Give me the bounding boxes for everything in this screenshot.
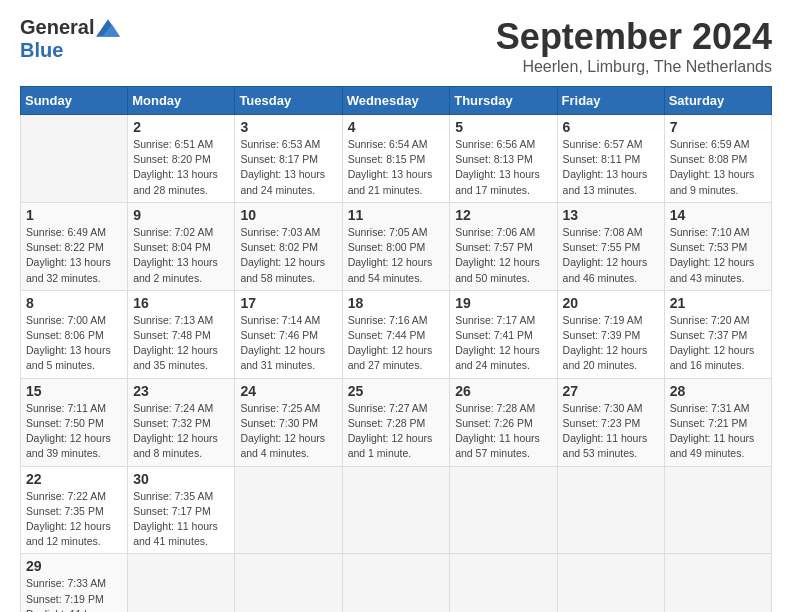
table-row	[664, 554, 771, 612]
table-row	[450, 466, 557, 554]
day-info: Sunrise: 6:57 AMSunset: 8:11 PMDaylight:…	[563, 138, 648, 196]
table-row: 22 Sunrise: 7:22 AMSunset: 7:35 PMDaylig…	[21, 466, 128, 554]
day-number: 18	[348, 295, 445, 311]
table-row: 29 Sunrise: 7:33 AMSunset: 7:19 PMDaylig…	[21, 554, 128, 612]
table-row: 8 Sunrise: 7:00 AMSunset: 8:06 PMDayligh…	[21, 290, 128, 378]
day-info: Sunrise: 7:27 AMSunset: 7:28 PMDaylight:…	[348, 402, 433, 460]
day-info: Sunrise: 7:10 AMSunset: 7:53 PMDaylight:…	[670, 226, 755, 284]
title-area: September 2024 Heerlen, Limburg, The Net…	[496, 16, 772, 76]
table-row: 7 Sunrise: 6:59 AMSunset: 8:08 PMDayligh…	[664, 115, 771, 203]
day-info: Sunrise: 7:20 AMSunset: 7:37 PMDaylight:…	[670, 314, 755, 372]
logo: General Blue	[20, 16, 120, 62]
table-row: 23 Sunrise: 7:24 AMSunset: 7:32 PMDaylig…	[128, 378, 235, 466]
day-info: Sunrise: 7:30 AMSunset: 7:23 PMDaylight:…	[563, 402, 648, 460]
day-number: 21	[670, 295, 766, 311]
day-info: Sunrise: 6:59 AMSunset: 8:08 PMDaylight:…	[670, 138, 755, 196]
day-info: Sunrise: 7:02 AMSunset: 8:04 PMDaylight:…	[133, 226, 218, 284]
table-row: 5 Sunrise: 6:56 AMSunset: 8:13 PMDayligh…	[450, 115, 557, 203]
table-row: 27 Sunrise: 7:30 AMSunset: 7:23 PMDaylig…	[557, 378, 664, 466]
calendar-row: 1 Sunrise: 6:49 AMSunset: 8:22 PMDayligh…	[21, 202, 772, 290]
day-number: 24	[240, 383, 336, 399]
table-row	[342, 554, 450, 612]
day-number: 28	[670, 383, 766, 399]
day-number: 17	[240, 295, 336, 311]
table-row	[664, 466, 771, 554]
day-info: Sunrise: 7:28 AMSunset: 7:26 PMDaylight:…	[455, 402, 540, 460]
table-row	[21, 115, 128, 203]
day-info: Sunrise: 7:08 AMSunset: 7:55 PMDaylight:…	[563, 226, 648, 284]
table-row: 12 Sunrise: 7:06 AMSunset: 7:57 PMDaylig…	[450, 202, 557, 290]
table-row: 20 Sunrise: 7:19 AMSunset: 7:39 PMDaylig…	[557, 290, 664, 378]
day-number: 15	[26, 383, 122, 399]
day-number: 16	[133, 295, 229, 311]
day-number: 14	[670, 207, 766, 223]
table-row: 17 Sunrise: 7:14 AMSunset: 7:46 PMDaylig…	[235, 290, 342, 378]
day-number: 2	[133, 119, 229, 135]
table-row: 19 Sunrise: 7:17 AMSunset: 7:41 PMDaylig…	[450, 290, 557, 378]
day-info: Sunrise: 6:51 AMSunset: 8:20 PMDaylight:…	[133, 138, 218, 196]
day-info: Sunrise: 7:11 AMSunset: 7:50 PMDaylight:…	[26, 402, 111, 460]
table-row: 30 Sunrise: 7:35 AMSunset: 7:17 PMDaylig…	[128, 466, 235, 554]
table-row: 28 Sunrise: 7:31 AMSunset: 7:21 PMDaylig…	[664, 378, 771, 466]
table-row: 26 Sunrise: 7:28 AMSunset: 7:26 PMDaylig…	[450, 378, 557, 466]
day-number: 4	[348, 119, 445, 135]
table-row: 2 Sunrise: 6:51 AMSunset: 8:20 PMDayligh…	[128, 115, 235, 203]
calendar-row: 15 Sunrise: 7:11 AMSunset: 7:50 PMDaylig…	[21, 378, 772, 466]
logo-icon	[96, 19, 120, 37]
day-info: Sunrise: 7:05 AMSunset: 8:00 PMDaylight:…	[348, 226, 433, 284]
table-row: 3 Sunrise: 6:53 AMSunset: 8:17 PMDayligh…	[235, 115, 342, 203]
table-row: 15 Sunrise: 7:11 AMSunset: 7:50 PMDaylig…	[21, 378, 128, 466]
table-row: 11 Sunrise: 7:05 AMSunset: 8:00 PMDaylig…	[342, 202, 450, 290]
day-info: Sunrise: 7:22 AMSunset: 7:35 PMDaylight:…	[26, 490, 111, 548]
day-info: Sunrise: 7:00 AMSunset: 8:06 PMDaylight:…	[26, 314, 111, 372]
calendar-table: Sunday Monday Tuesday Wednesday Thursday…	[20, 86, 772, 612]
calendar-row: 8 Sunrise: 7:00 AMSunset: 8:06 PMDayligh…	[21, 290, 772, 378]
col-sunday: Sunday	[21, 87, 128, 115]
table-row	[235, 554, 342, 612]
col-monday: Monday	[128, 87, 235, 115]
page-header: General Blue September 2024 Heerlen, Lim…	[20, 16, 772, 76]
table-row: 18 Sunrise: 7:16 AMSunset: 7:44 PMDaylig…	[342, 290, 450, 378]
day-number: 6	[563, 119, 659, 135]
table-row	[557, 554, 664, 612]
table-row: 25 Sunrise: 7:27 AMSunset: 7:28 PMDaylig…	[342, 378, 450, 466]
col-saturday: Saturday	[664, 87, 771, 115]
day-number: 1	[26, 207, 122, 223]
day-info: Sunrise: 7:17 AMSunset: 7:41 PMDaylight:…	[455, 314, 540, 372]
table-row: 13 Sunrise: 7:08 AMSunset: 7:55 PMDaylig…	[557, 202, 664, 290]
day-info: Sunrise: 7:31 AMSunset: 7:21 PMDaylight:…	[670, 402, 755, 460]
table-row: 4 Sunrise: 6:54 AMSunset: 8:15 PMDayligh…	[342, 115, 450, 203]
day-number: 20	[563, 295, 659, 311]
table-row: 10 Sunrise: 7:03 AMSunset: 8:02 PMDaylig…	[235, 202, 342, 290]
table-row: 14 Sunrise: 7:10 AMSunset: 7:53 PMDaylig…	[664, 202, 771, 290]
day-info: Sunrise: 6:56 AMSunset: 8:13 PMDaylight:…	[455, 138, 540, 196]
table-row: 16 Sunrise: 7:13 AMSunset: 7:48 PMDaylig…	[128, 290, 235, 378]
col-friday: Friday	[557, 87, 664, 115]
col-wednesday: Wednesday	[342, 87, 450, 115]
header-row: Sunday Monday Tuesday Wednesday Thursday…	[21, 87, 772, 115]
day-number: 10	[240, 207, 336, 223]
month-title: September 2024	[496, 16, 772, 58]
day-number: 11	[348, 207, 445, 223]
day-info: Sunrise: 7:06 AMSunset: 7:57 PMDaylight:…	[455, 226, 540, 284]
day-number: 26	[455, 383, 551, 399]
day-info: Sunrise: 6:54 AMSunset: 8:15 PMDaylight:…	[348, 138, 433, 196]
day-info: Sunrise: 7:13 AMSunset: 7:48 PMDaylight:…	[133, 314, 218, 372]
day-info: Sunrise: 6:53 AMSunset: 8:17 PMDaylight:…	[240, 138, 325, 196]
table-row	[557, 466, 664, 554]
day-number: 29	[26, 558, 122, 574]
table-row	[235, 466, 342, 554]
col-tuesday: Tuesday	[235, 87, 342, 115]
day-info: Sunrise: 7:24 AMSunset: 7:32 PMDaylight:…	[133, 402, 218, 460]
table-row: 9 Sunrise: 7:02 AMSunset: 8:04 PMDayligh…	[128, 202, 235, 290]
col-thursday: Thursday	[450, 87, 557, 115]
calendar-row: 29 Sunrise: 7:33 AMSunset: 7:19 PMDaylig…	[21, 554, 772, 612]
day-number: 3	[240, 119, 336, 135]
calendar-row: 2 Sunrise: 6:51 AMSunset: 8:20 PMDayligh…	[21, 115, 772, 203]
day-number: 19	[455, 295, 551, 311]
table-row: 6 Sunrise: 6:57 AMSunset: 8:11 PMDayligh…	[557, 115, 664, 203]
day-number: 8	[26, 295, 122, 311]
day-info: Sunrise: 7:35 AMSunset: 7:17 PMDaylight:…	[133, 490, 218, 548]
day-number: 30	[133, 471, 229, 487]
day-number: 7	[670, 119, 766, 135]
